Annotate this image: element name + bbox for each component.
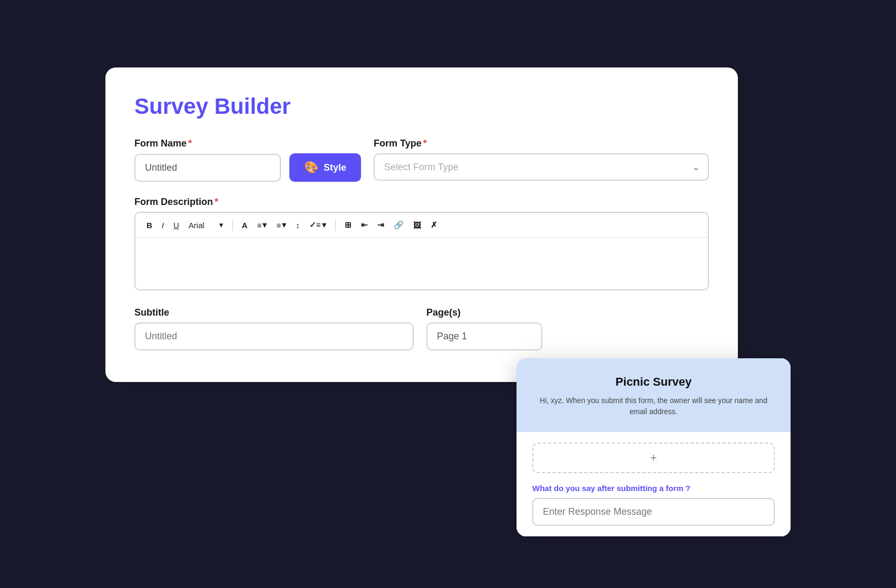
italic-button[interactable]: I bbox=[158, 219, 168, 232]
pages-group: Page(s) bbox=[426, 307, 709, 350]
align-icon: ≡ bbox=[257, 221, 262, 230]
required-indicator: * bbox=[188, 138, 192, 149]
clear-format-button[interactable]: ✗ bbox=[427, 218, 441, 232]
bold-button[interactable]: B bbox=[143, 219, 156, 232]
link-button[interactable]: 🔗 bbox=[390, 218, 407, 232]
style-button[interactable]: 🎨 Style bbox=[289, 153, 361, 182]
form-type-group: Form Type* Select Form Type Survey Quiz … bbox=[374, 138, 709, 181]
special-icon: ✓≡ bbox=[309, 220, 321, 230]
toolbar-divider-1 bbox=[232, 219, 233, 231]
list-icon: ≡ bbox=[276, 221, 281, 230]
preview-body: + What do you say after submitting a for… bbox=[517, 432, 791, 536]
form-description-group: Form Description* B I U Arial ▾ A bbox=[134, 197, 709, 290]
font-name: Arial bbox=[189, 221, 204, 230]
chevron-down-icon: ▾ bbox=[262, 220, 267, 230]
style-button-label: Style bbox=[324, 162, 346, 173]
underline-button[interactable]: U bbox=[170, 219, 183, 232]
response-label: What do you say after submitting a form … bbox=[532, 484, 775, 493]
add-question-button[interactable]: + bbox=[532, 443, 775, 473]
required-indicator-desc: * bbox=[215, 197, 218, 207]
form-name-input[interactable] bbox=[134, 154, 281, 182]
chevron-down-icon: ▾ bbox=[322, 220, 326, 230]
line-height-button[interactable]: ↕ bbox=[292, 219, 304, 232]
pages-label: Page(s) bbox=[426, 307, 709, 318]
form-type-select-wrapper: Select Form Type Survey Quiz Poll ⌄ bbox=[374, 153, 709, 181]
form-name-group: Form Name* 🎨 Style bbox=[134, 138, 361, 182]
bottom-row: Subtitle Page(s) bbox=[134, 307, 709, 350]
chevron-down-icon: ▾ bbox=[282, 220, 286, 230]
preview-header: Picnic Survey Hi, xyz. When you submit t… bbox=[517, 358, 791, 432]
form-type-label: Form Type* bbox=[374, 138, 709, 149]
chevron-down-icon: ▾ bbox=[219, 220, 223, 230]
align-button[interactable]: ≡ ▾ bbox=[254, 218, 271, 232]
subtitle-input[interactable] bbox=[134, 322, 414, 350]
description-editor[interactable] bbox=[134, 238, 709, 290]
editor-toolbar: B I U Arial ▾ A ≡ ▾ bbox=[134, 212, 709, 238]
table-button[interactable]: ⊞ bbox=[341, 218, 355, 232]
page-title: Survey Builder bbox=[134, 94, 709, 119]
preview-card: Picnic Survey Hi, xyz. When you submit t… bbox=[517, 358, 791, 536]
preview-title: Picnic Survey bbox=[532, 375, 775, 389]
main-card: Survey Builder Form Name* 🎨 Style Form T… bbox=[105, 67, 738, 382]
editor-container: B I U Arial ▾ A ≡ ▾ bbox=[134, 212, 709, 290]
form-name-label: Form Name* bbox=[134, 138, 361, 149]
style-icon: 🎨 bbox=[304, 161, 318, 174]
toolbar-divider-2 bbox=[335, 219, 336, 231]
image-button[interactable]: 🖼 bbox=[410, 219, 425, 232]
text-color-button[interactable]: A bbox=[238, 219, 251, 232]
response-message-input[interactable] bbox=[532, 498, 775, 526]
form-type-select[interactable]: Select Form Type Survey Quiz Poll bbox=[374, 153, 709, 181]
pages-input[interactable] bbox=[426, 322, 542, 350]
indent-out-button[interactable]: ⇥ bbox=[374, 218, 388, 232]
form-description-label: Form Description* bbox=[134, 197, 709, 208]
indent-in-button[interactable]: ⇤ bbox=[357, 218, 372, 232]
subtitle-group: Subtitle bbox=[134, 307, 414, 350]
preview-subtitle: Hi, xyz. When you submit this form, the … bbox=[532, 395, 775, 417]
list-button[interactable]: ≡ ▾ bbox=[272, 218, 290, 232]
required-indicator-type: * bbox=[423, 138, 427, 149]
font-select-button[interactable]: Arial ▾ bbox=[185, 218, 227, 232]
special-button[interactable]: ✓≡ ▾ bbox=[306, 218, 330, 232]
subtitle-label: Subtitle bbox=[134, 307, 414, 318]
